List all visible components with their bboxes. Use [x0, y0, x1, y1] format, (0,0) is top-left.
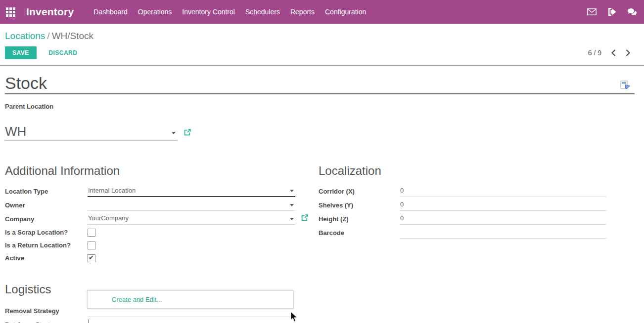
location-type-row: Location Type Internal Location — [5, 185, 295, 197]
dropdown-caret-icon[interactable] — [172, 132, 176, 134]
dropdown-caret-icon[interactable] — [290, 190, 294, 192]
corridor-row: Corridor (X) 0 — [319, 185, 606, 197]
external-link-icon[interactable] — [301, 214, 308, 223]
barcode-row: Barcode — [319, 226, 606, 239]
return-location-row: Is a Return Location? — [5, 239, 295, 251]
top-navbar: Inventory Dashboard Operations Inventory… — [0, 0, 644, 24]
shelves-label: Shelves (Y) — [319, 202, 400, 211]
owner-label: Owner — [5, 202, 88, 211]
nav-item-reports[interactable]: Reports — [290, 8, 315, 16]
dropdown-caret-icon[interactable] — [290, 218, 294, 220]
location-type-value: Internal Location — [88, 187, 136, 194]
translate-icon[interactable] — [620, 81, 631, 92]
chevron-left-icon[interactable] — [611, 49, 616, 56]
company-label: Company — [5, 215, 88, 225]
return-location-checkbox[interactable] — [88, 242, 95, 249]
shelves-row: Shelves (Y) 0 — [319, 199, 606, 211]
corridor-input[interactable]: 0 — [400, 187, 606, 197]
scrap-location-row: Is a Scrap Location? — [5, 226, 295, 239]
form-sheet: Stock Parent Location WH — [0, 74, 644, 323]
company-value: YourCompany — [88, 214, 129, 222]
putaway-strategy-row: Put Away Strategy — [5, 317, 639, 323]
location-type-select[interactable]: Internal Location — [88, 187, 295, 197]
autocomplete-dropdown: Create and Edit... — [87, 290, 294, 309]
parent-location-input[interactable]: WH — [5, 124, 177, 141]
record-pager: 6 / 9 — [588, 49, 636, 57]
company-input[interactable]: YourCompany — [88, 214, 295, 225]
app-title[interactable]: Inventory — [26, 6, 74, 18]
active-label: Active — [5, 254, 88, 262]
nav-item-dashboard[interactable]: Dashboard — [93, 8, 128, 16]
removal-strategy-label: Removal Strategy — [5, 307, 88, 317]
active-row: Active — [5, 252, 295, 264]
sign-out-icon[interactable] — [607, 8, 616, 16]
additional-information-group: Additional Information Location Type Int… — [5, 164, 295, 265]
parent-location-field: WH — [5, 124, 639, 141]
location-name-value[interactable]: Stock — [5, 74, 635, 92]
shelves-input[interactable]: 0 — [400, 201, 606, 211]
height-input[interactable]: 0 — [400, 214, 606, 225]
breadcrumb-locations-link[interactable]: Locations — [5, 31, 45, 41]
company-row: Company YourCompany — [5, 212, 295, 225]
discard-button[interactable]: DISCARD — [42, 46, 84, 59]
external-link-icon[interactable] — [184, 129, 191, 136]
putaway-strategy-label: Put Away Strategy — [5, 321, 88, 323]
height-label: Height (Z) — [319, 215, 400, 225]
parent-location-label: Parent Location — [5, 103, 639, 110]
nav-item-operations[interactable]: Operations — [138, 8, 172, 16]
scrap-location-checkbox[interactable] — [88, 229, 95, 237]
chevron-right-icon[interactable] — [626, 49, 630, 56]
odoo-inventory-location-form: Inventory Dashboard Operations Inventory… — [0, 0, 644, 323]
form-buttons: SAVE DISCARD — [5, 46, 84, 59]
breadcrumb-current: WH/Stock — [52, 31, 93, 41]
create-and-edit-option[interactable]: Create and Edit... — [88, 291, 293, 308]
pager-value: 6 / 9 — [588, 49, 601, 57]
nav-menu: Dashboard Operations Inventory Control S… — [93, 8, 366, 16]
localization-heading: Localization — [319, 164, 606, 178]
corridor-value: 0 — [400, 187, 404, 194]
return-location-label: Is a Return Location? — [5, 242, 88, 249]
location-type-label: Location Type — [5, 188, 88, 197]
save-button[interactable]: SAVE — [5, 46, 37, 59]
navbar-right-icons — [587, 8, 637, 16]
height-value: 0 — [400, 214, 404, 222]
active-checkbox[interactable] — [88, 254, 95, 262]
height-row: Height (Z) 0 — [319, 212, 606, 225]
chat-icon[interactable] — [627, 8, 637, 16]
localization-group: Localization Corridor (X) 0 Shelves (Y) … — [319, 164, 606, 265]
envelope-icon[interactable] — [587, 8, 597, 15]
parent-location-value[interactable]: WH — [5, 124, 26, 139]
nav-item-configuration[interactable]: Configuration — [325, 8, 366, 16]
scrap-location-label: Is a Scrap Location? — [5, 229, 88, 236]
corridor-label: Corridor (X) — [319, 188, 400, 197]
dropdown-caret-icon[interactable] — [290, 204, 294, 206]
barcode-input[interactable] — [400, 228, 606, 239]
shelves-value: 0 — [400, 201, 404, 208]
additional-information-heading: Additional Information — [5, 164, 295, 178]
location-name-field[interactable]: Stock — [5, 74, 635, 94]
breadcrumb-separator: / — [45, 31, 51, 41]
owner-row: Owner — [5, 199, 295, 211]
breadcrumb: Locations/WH/Stock — [5, 30, 636, 42]
barcode-label: Barcode — [319, 229, 400, 239]
apps-menu-icon[interactable] — [6, 7, 15, 17]
nav-item-schedulers[interactable]: Schedulers — [245, 8, 280, 16]
text-cursor — [89, 320, 89, 323]
nav-item-inventory-control[interactable]: Inventory Control — [182, 8, 235, 16]
control-panel: Locations/WH/Stock SAVE DISCARD 6 / 9 — [0, 24, 644, 66]
putaway-strategy-input[interactable] — [88, 319, 295, 323]
owner-input[interactable] — [88, 201, 295, 211]
